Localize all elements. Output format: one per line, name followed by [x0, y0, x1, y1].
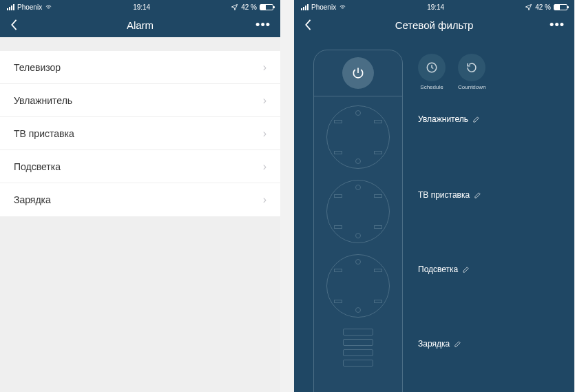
list-item-label: Подсветка	[14, 161, 61, 172]
page-title: Сетевой фильтр	[294, 19, 574, 31]
schedule-label: Schedule	[418, 84, 446, 90]
status-bar: Phoenix 19:14 42 %	[0, 0, 280, 12]
countdown-label: Countdown	[458, 84, 485, 90]
usb-ports[interactable]	[343, 329, 373, 370]
edit-icon[interactable]	[462, 266, 470, 274]
list-item[interactable]: ТВ приставка ›	[0, 117, 280, 150]
back-button[interactable]	[10, 19, 18, 31]
battery-icon	[554, 4, 567, 10]
list-item-label: Увлажнитель	[14, 95, 72, 106]
status-time: 19:14	[52, 3, 231, 11]
edit-icon[interactable]	[454, 340, 461, 348]
more-button[interactable]: •••	[255, 19, 271, 31]
alarm-list: Телевизор › Увлажнитель › ТВ приставка ›…	[0, 51, 280, 216]
signal-icon	[301, 4, 309, 10]
wifi-icon	[339, 3, 346, 11]
outlet-label: Подсветка	[418, 265, 458, 274]
power-strip-graphic	[313, 50, 403, 392]
location-icon	[525, 3, 532, 11]
chevron-right-icon: ›	[263, 61, 266, 74]
wifi-icon	[45, 3, 52, 11]
location-icon	[231, 3, 238, 11]
outlet-2-label-row: ТВ приставка	[418, 190, 481, 200]
back-button[interactable]	[304, 19, 312, 31]
schedule-button[interactable]: Schedule	[418, 54, 446, 90]
outlet-1-label-row: Увлажнитель	[418, 114, 480, 124]
more-button[interactable]: •••	[550, 19, 565, 31]
outlet-3[interactable]	[326, 254, 390, 318]
battery-label: 42 %	[241, 3, 257, 11]
outlet-label: Зарядка	[418, 339, 450, 349]
carrier-label: Phoenix	[17, 3, 42, 11]
power-icon	[351, 66, 365, 80]
chevron-right-icon: ›	[263, 194, 266, 206]
battery-icon	[260, 4, 273, 10]
chevron-right-icon: ›	[263, 127, 266, 140]
list-item[interactable]: Телевизор ›	[0, 51, 280, 84]
list-item[interactable]: Подсветка ›	[0, 150, 280, 183]
outlet-4-label-row: Зарядка	[418, 339, 461, 349]
nav-bar: Alarm •••	[0, 12, 280, 37]
list-item[interactable]: Увлажнитель ›	[0, 84, 280, 117]
screen-power-strip: Phoenix 19:14 42 % Сетевой фильтр •••	[294, 0, 574, 392]
list-item-label: ТВ приставка	[14, 128, 74, 139]
chevron-right-icon: ›	[263, 94, 266, 107]
countdown-icon	[466, 61, 478, 74]
edit-icon[interactable]	[474, 192, 481, 199]
master-power-button[interactable]	[342, 57, 374, 89]
countdown-button[interactable]: Countdown	[458, 54, 485, 90]
outlet-1[interactable]	[326, 105, 390, 169]
page-title: Alarm	[0, 19, 280, 31]
status-time: 19:14	[346, 3, 525, 11]
carrier-label: Phoenix	[311, 3, 336, 11]
outlet-label: ТВ приставка	[418, 190, 470, 200]
outlet-3-label-row: Подсветка	[418, 265, 470, 274]
clock-icon	[426, 61, 438, 74]
screen-alarm: Phoenix 19:14 42 % Alarm ••• Телевизор ›…	[0, 0, 280, 392]
signal-icon	[7, 4, 14, 10]
outlet-2[interactable]	[326, 180, 390, 243]
status-bar: Phoenix 19:14 42 %	[294, 0, 574, 12]
battery-label: 42 %	[535, 3, 551, 11]
list-item-label: Телевизор	[14, 62, 61, 73]
outlet-label: Увлажнитель	[418, 114, 468, 124]
list-item-label: Зарядка	[14, 194, 51, 205]
list-item[interactable]: Зарядка ›	[0, 183, 280, 216]
edit-icon[interactable]	[472, 116, 480, 123]
nav-bar: Сетевой фильтр •••	[294, 12, 574, 37]
chevron-right-icon: ›	[263, 161, 266, 173]
